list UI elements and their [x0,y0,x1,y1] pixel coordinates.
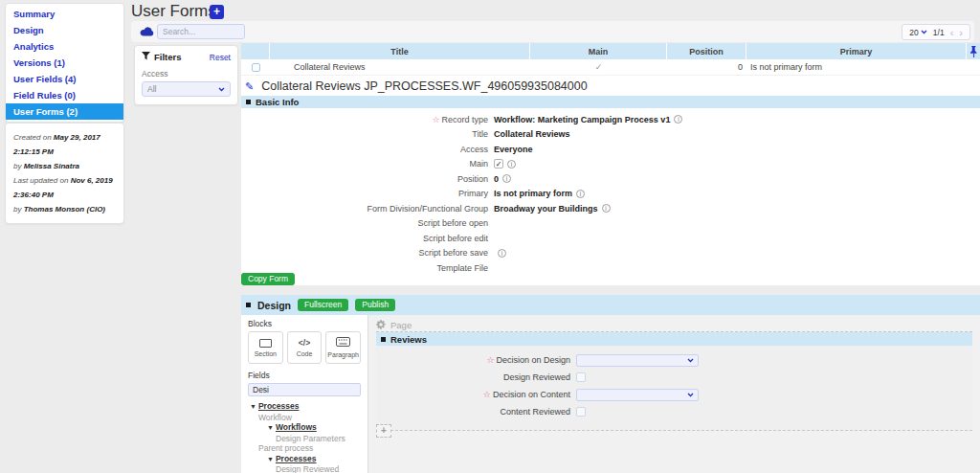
page-block-header[interactable]: Page [376,319,972,331]
copy-form-button[interactable]: Copy Form [241,273,295,285]
filters-title: Filters [154,52,206,62]
content-reviewed-checkbox[interactable] [576,407,586,417]
reviews-section-header[interactable]: Reviews [376,332,972,346]
field-title: Title Collateral Reviews [241,127,980,143]
required-star-icon: ☆ [486,355,494,365]
info-icon[interactable]: i [674,115,682,124]
created-line: Created on May 29, 2017 2:12:15 PM [13,130,116,159]
pin-icon[interactable] [967,43,980,59]
chevron-down-icon [218,87,225,92]
field-position: Position 0 i [241,171,980,187]
row-primary: Is not primary form [746,59,967,75]
cloud-sync-icon [140,27,154,38]
next-page-button[interactable]: › [959,28,963,37]
chevron-down-icon [687,358,694,363]
table-header: Title Main Position Primary [241,43,980,59]
select-all-cell [241,43,270,59]
decision-on-design-select[interactable] [576,354,699,367]
sidebar-item-design[interactable]: Design [6,22,123,38]
search-input[interactable] [157,24,245,39]
edit-icon[interactable]: ✎ [245,80,254,93]
row-position: 0 [667,59,746,75]
publish-button[interactable]: Publish [355,299,395,311]
sidebar-item-user-fields[interactable]: User Fields (4) [6,71,123,87]
filters-reset-link[interactable]: Reset [210,53,231,62]
info-icon[interactable]: i [498,249,506,258]
block-paragraph-button[interactable]: Paragraph [325,331,361,364]
field-script-before-save: Script before save i [241,246,980,261]
pagination: 20 1/1 ‹ › [902,24,970,40]
sidebar: Summary Design Analytics Versions (1) Us… [5,3,124,123]
design-palette: Blocks Section </> Code Paragraph Fields… [241,315,368,473]
field-template-file: Template File [241,260,980,276]
column-title[interactable]: Title [270,43,530,59]
form-canvas: Page Reviews ☆Decision on Design Design … [368,315,980,473]
filters-panel: Filters Reset Access All [134,45,238,105]
created-by-line: by Melissa Sinatra [13,159,116,173]
basic-info-fields: ☆Record type Workflow: Marketing Campaig… [241,112,980,276]
field-main: Main ✓ i [241,157,980,172]
updated-by-line: by Thomas Monson (CIO) [13,202,116,216]
sidebar-item-analytics[interactable]: Analytics [6,38,123,55]
tree-item-design-parameters[interactable]: Design Parameters [248,434,361,444]
info-icon[interactable]: i [502,174,511,183]
section-bullet-icon [381,337,386,342]
tree-item-design-reviewed[interactable]: Design Reviewed [248,464,361,473]
drag-handle-icon[interactable]: + [376,424,391,438]
fields-tree: ▼Processes Workflow ▼Workflows Design Pa… [248,401,361,473]
gear-icon [376,320,386,331]
sidebar-item-field-rules[interactable]: Field Rules (0) [6,87,123,103]
row-checkbox[interactable] [252,63,260,72]
tree-group-processes[interactable]: ▼Processes [248,401,361,413]
detail-title: Collateral Reviews JP_PROCESSES.WF_49605… [261,79,587,93]
forms-table: Title Main Position Primary Collateral R… [241,43,980,76]
chevron-down-icon [687,393,694,397]
column-primary[interactable]: Primary [746,43,967,59]
updated-line: Last updated on Nov 6, 2019 2:36:40 PM [13,173,116,202]
fullscreen-button[interactable]: Fullscreen [298,299,348,311]
sidebar-item-user-forms[interactable]: User Forms (2) [6,103,123,120]
tree-group-workflows[interactable]: ▼Workflows [248,422,361,434]
tree-group-processes[interactable]: ▼Processes [248,454,361,465]
reviews-form: ☆Decision on Design Design Reviewed ☆Dec… [376,346,972,430]
blocks-label: Blocks [248,319,361,328]
add-form-button[interactable]: + [210,5,224,19]
field-access: Access Everyone [241,142,980,157]
basic-info-header[interactable]: Basic Info [241,96,980,108]
block-code-button[interactable]: </> Code [287,331,323,364]
field-record-type: ☆Record type Workflow: Marketing Campaig… [241,112,980,127]
sidebar-item-summary[interactable]: Summary [6,6,123,22]
toolbar: 20 1/1 ‹ › [131,21,974,42]
table-row[interactable]: Collateral Reviews ✓ 0 Is not primary fo… [241,59,980,76]
block-section-button[interactable]: Section [248,331,283,364]
info-icon[interactable]: i [602,204,611,213]
section-bullet-icon [246,100,251,104]
column-position[interactable]: Position [667,43,746,59]
caret-down-icon: ▼ [267,424,274,431]
decision-on-content-select[interactable] [576,389,699,401]
page-indicator: 1/1 [933,28,945,37]
tree-item-workflow[interactable]: Workflow [248,413,361,423]
access-filter-label: Access [142,69,231,79]
required-star-icon: ☆ [483,390,491,399]
fields-filter-input[interactable] [248,383,361,396]
access-filter-select[interactable]: All [142,81,231,97]
fields-label: Fields [248,371,361,380]
column-main[interactable]: Main [530,43,667,59]
field-script-before-open: Script before open [241,216,980,232]
field-script-before-edit: Script before edit [241,231,980,246]
info-icon[interactable]: i [576,190,585,198]
code-block-icon: </> [299,339,310,348]
design-reviewed-checkbox[interactable] [576,372,586,382]
main-checkbox[interactable]: ✓ [494,159,503,169]
page-size-select[interactable]: 20 [909,28,926,37]
info-icon[interactable]: i [507,160,516,169]
form-detail-panel: ✎ Collateral Reviews JP_PROCESSES.WF_496… [241,76,980,285]
form-field-design-reviewed: Design Reviewed [376,369,972,386]
prev-page-button[interactable]: ‹ [950,28,954,37]
form-field-content-reviewed: Content Reviewed [376,403,972,420]
sidebar-item-versions[interactable]: Versions (1) [6,55,123,71]
funnel-icon [142,52,150,62]
page-title: User Forms [131,2,216,21]
tree-item-parent-process[interactable]: Parent process [248,443,361,454]
